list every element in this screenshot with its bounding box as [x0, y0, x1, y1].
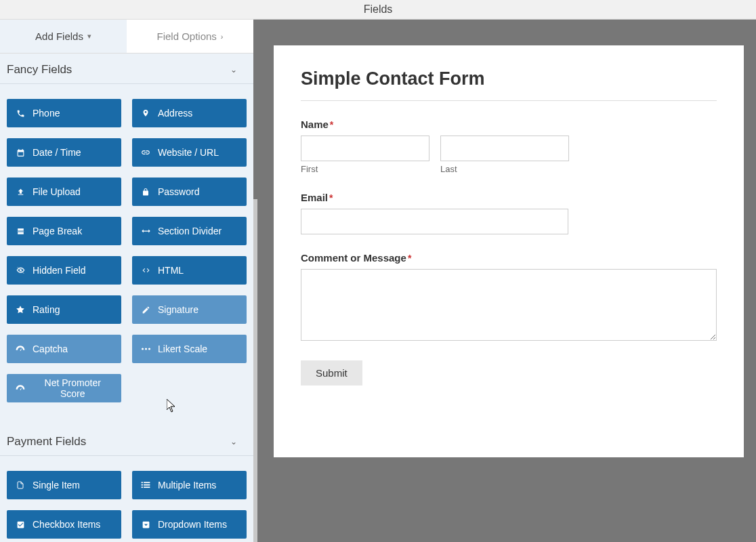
- svg-rect-8: [144, 486, 150, 488]
- form-preview: Simple Contact Form Name* First Last: [274, 45, 744, 457]
- name-row: First Last: [301, 136, 717, 174]
- link-icon: [140, 148, 151, 157]
- field-label: Dropdown Items: [158, 519, 227, 530]
- svg-point-1: [144, 348, 146, 350]
- field-page-break[interactable]: Page Break: [7, 217, 121, 245]
- tachometer-icon: [15, 384, 25, 392]
- section-fancy-fields[interactable]: Fancy Fields ⌄: [0, 54, 253, 84]
- scrollbar-track[interactable]: [253, 199, 257, 542]
- svg-point-0: [141, 348, 143, 350]
- pin-icon: [140, 108, 151, 118]
- name-label: Name*: [301, 119, 717, 130]
- first-name-input[interactable]: [301, 136, 429, 161]
- field-label: Section Divider: [158, 226, 222, 236]
- field-html[interactable]: HTML: [132, 256, 247, 285]
- field-label: Net Promoter Score: [32, 377, 113, 399]
- chevron-down-icon: ▾: [87, 32, 91, 41]
- page-title: Fields: [364, 3, 393, 15]
- upload-icon: [15, 188, 26, 196]
- check-square-icon: [15, 520, 26, 529]
- email-input[interactable]: [301, 209, 568, 234]
- page-break-icon: [15, 227, 26, 236]
- field-phone[interactable]: Phone: [7, 99, 121, 127]
- required-mark: *: [408, 253, 411, 264]
- pencil-icon: [140, 306, 151, 314]
- field-captcha[interactable]: Captcha: [7, 335, 121, 363]
- panel-tabs: Add Fields ▾ Field Options ›: [0, 20, 253, 54]
- arrows-h-icon: [140, 228, 151, 234]
- field-password[interactable]: Password: [132, 178, 247, 206]
- field-label: Page Break: [33, 226, 82, 236]
- section-title: Payment Fields: [7, 435, 86, 449]
- field-likert-scale[interactable]: Likert Scale: [132, 335, 247, 363]
- left-panel: Add Fields ▾ Field Options › Fancy Field…: [0, 19, 253, 542]
- field-section-divider[interactable]: Section Divider: [132, 217, 247, 245]
- preview-panel: Simple Contact Form Name* First Last: [253, 19, 756, 542]
- field-date-time[interactable]: Date / Time: [7, 138, 121, 167]
- field-label: Hidden Field: [33, 265, 86, 276]
- field-signature[interactable]: Signature: [132, 295, 247, 324]
- svg-point-2: [148, 348, 150, 350]
- field-label: Phone: [33, 108, 60, 119]
- last-name-input[interactable]: [440, 136, 569, 161]
- field-label: File Upload: [33, 186, 81, 197]
- email-field-block: Email*: [301, 192, 717, 234]
- calendar-icon: [15, 148, 26, 157]
- field-file-upload[interactable]: File Upload: [7, 178, 121, 206]
- field-single-item[interactable]: Single Item: [7, 471, 121, 499]
- email-label: Email*: [301, 192, 717, 203]
- field-dropdown-items[interactable]: Dropdown Items: [132, 510, 247, 539]
- tab-field-options[interactable]: Field Options ›: [127, 20, 253, 53]
- required-mark: *: [329, 192, 333, 203]
- field-label: Captcha: [33, 343, 68, 354]
- field-hidden-field[interactable]: Hidden Field: [7, 256, 121, 285]
- field-label: Password: [158, 186, 199, 197]
- comment-field-block: Comment or Message*: [301, 252, 717, 343]
- field-rating[interactable]: Rating: [7, 295, 121, 324]
- submit-button[interactable]: Submit: [301, 360, 362, 385]
- svg-rect-3: [142, 482, 143, 483]
- name-field-block: Name* First Last: [301, 119, 717, 174]
- svg-rect-5: [142, 484, 143, 486]
- tab-label: Add Fields: [35, 30, 83, 42]
- fancy-fields-grid: Phone Address Date / Time Website / URL …: [0, 84, 253, 411]
- field-label: Multiple Items: [158, 480, 216, 491]
- field-label: Address: [158, 108, 192, 119]
- field-label: Checkbox Items: [33, 519, 100, 530]
- field-net-promoter-score[interactable]: Net Promoter Score: [7, 374, 121, 402]
- lock-icon: [140, 188, 151, 196]
- comment-label: Comment or Message*: [301, 252, 717, 264]
- divider: [301, 100, 717, 101]
- chevron-down-icon: ⌄: [230, 437, 247, 446]
- required-mark: *: [330, 119, 333, 130]
- star-icon: [15, 305, 26, 314]
- tab-add-fields[interactable]: Add Fields ▾: [0, 20, 127, 53]
- field-label: HTML: [158, 265, 184, 276]
- svg-rect-7: [142, 486, 143, 488]
- first-sublabel: First: [301, 164, 429, 174]
- svg-rect-4: [144, 482, 150, 483]
- list-icon: [140, 481, 151, 489]
- main-layout: Add Fields ▾ Field Options › Fancy Field…: [0, 19, 756, 542]
- field-website-url[interactable]: Website / URL: [132, 138, 247, 167]
- eye-off-icon: [15, 266, 26, 274]
- field-label: Signature: [158, 304, 198, 315]
- field-multiple-items[interactable]: Multiple Items: [132, 471, 247, 499]
- page-header: Fields: [0, 0, 756, 19]
- section-title: Fancy Fields: [7, 63, 72, 77]
- payment-fields-grid: Single Item Multiple Items Checkbox Item…: [0, 456, 253, 542]
- last-name-col: Last: [440, 136, 569, 174]
- chevron-down-icon: ⌄: [230, 65, 247, 75]
- form-title: Simple Contact Form: [301, 68, 717, 89]
- comment-textarea[interactable]: [301, 269, 717, 341]
- section-payment-fields[interactable]: Payment Fields ⌄: [0, 425, 253, 456]
- field-checkbox-items[interactable]: Checkbox Items: [7, 510, 121, 539]
- field-address[interactable]: Address: [132, 99, 247, 127]
- tab-label: Field Options: [156, 30, 216, 42]
- dashboard-icon: [15, 345, 26, 353]
- first-name-col: First: [301, 136, 429, 174]
- field-label: Website / URL: [158, 147, 219, 158]
- phone-icon: [15, 109, 26, 118]
- last-sublabel: Last: [440, 164, 569, 174]
- field-label: Likert Scale: [158, 343, 207, 354]
